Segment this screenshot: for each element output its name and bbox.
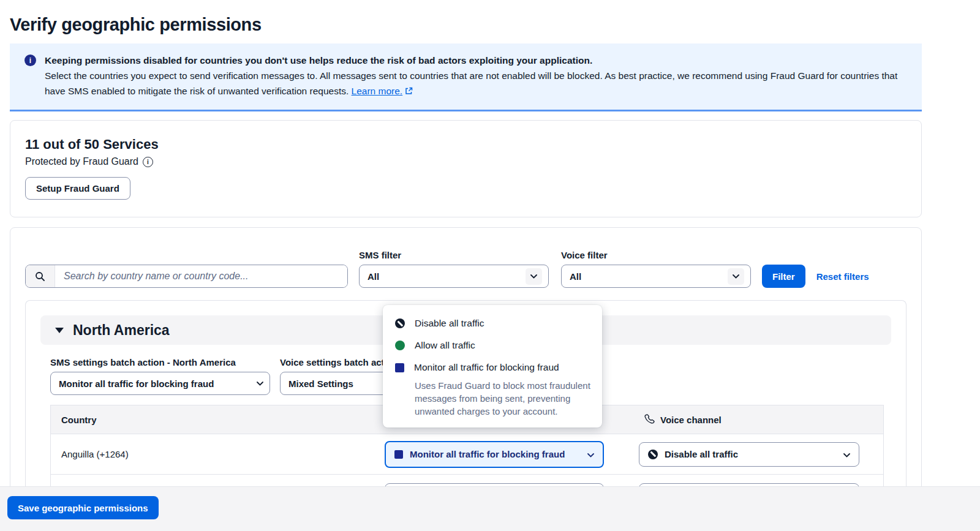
learn-more-link[interactable]: Learn more. bbox=[352, 86, 403, 96]
page-title: Verify geographic permissions bbox=[10, 15, 980, 35]
external-link-icon bbox=[405, 84, 413, 99]
disable-traffic-icon bbox=[648, 450, 658, 459]
menu-option-disable[interactable]: Disable all traffic bbox=[383, 312, 602, 334]
sms-batch-select[interactable]: Monitor all traffic for blocking fraud bbox=[50, 372, 270, 395]
setup-fraud-guard-button[interactable]: Setup Fraud Guard bbox=[25, 177, 130, 200]
menu-option-allow[interactable]: Allow all traffic bbox=[383, 334, 602, 356]
voice-filter-select[interactable]: All bbox=[561, 265, 751, 288]
sms-batch-value: Monitor all traffic for blocking fraud bbox=[59, 378, 214, 389]
menu-option-label: Monitor all traffic for blocking fraud bbox=[414, 362, 559, 373]
voice-channel-select[interactable]: Disable all traffic bbox=[639, 442, 859, 467]
menu-option-monitor[interactable]: Monitor all traffic for blocking fraud bbox=[383, 356, 602, 378]
country-search bbox=[25, 265, 348, 288]
services-count: 11 out of 50 Services bbox=[25, 137, 907, 153]
monitor-traffic-icon bbox=[395, 363, 404, 372]
voice-filter-value: All bbox=[570, 271, 728, 282]
monitor-traffic-icon bbox=[394, 450, 403, 459]
region-title: North America bbox=[73, 322, 170, 339]
chevron-down-icon bbox=[728, 268, 744, 285]
voice-filter-label: Voice filter bbox=[561, 250, 751, 260]
banner-body: Select the countries you expect to send … bbox=[45, 68, 907, 99]
sms-batch-label: SMS settings batch action - North Americ… bbox=[50, 357, 270, 367]
sms-channel-value: Monitor all traffic for blocking fraud bbox=[410, 449, 581, 459]
info-banner: i Keeping permissions disabled for count… bbox=[10, 43, 922, 111]
reset-filters-link[interactable]: Reset filters bbox=[816, 265, 869, 288]
allow-traffic-icon bbox=[395, 341, 405, 350]
menu-option-label: Disable all traffic bbox=[415, 318, 484, 329]
sms-channel-select[interactable]: Monitor all traffic for blocking fraud bbox=[385, 441, 604, 468]
banner-heading: Keeping permissions disabled for countri… bbox=[45, 53, 907, 68]
country-column-header: Country bbox=[51, 415, 375, 425]
chevron-down-icon bbox=[526, 268, 542, 285]
fraud-guard-info-icon[interactable]: i bbox=[143, 157, 153, 167]
chevron-down-icon bbox=[587, 449, 594, 459]
voice-batch-value: Mixed Settings bbox=[288, 378, 353, 389]
menu-option-description: Uses Fraud Guard to block most fraudulen… bbox=[415, 379, 591, 418]
sms-filter-label: SMS filter bbox=[359, 250, 549, 260]
filter-button[interactable]: Filter bbox=[762, 265, 805, 288]
chevron-down-icon bbox=[257, 382, 263, 386]
disable-traffic-icon bbox=[395, 318, 405, 328]
banner-body-text: Select the countries you expect to send … bbox=[45, 70, 897, 96]
voice-column-label: Voice channel bbox=[660, 415, 722, 425]
sms-filter-value: All bbox=[368, 271, 526, 282]
voice-column-header: Voice channel bbox=[614, 413, 884, 426]
phone-icon bbox=[644, 413, 655, 426]
voice-channel-value: Disable all traffic bbox=[665, 449, 837, 459]
info-icon: i bbox=[24, 55, 36, 66]
chevron-down-icon bbox=[843, 449, 850, 459]
search-icon bbox=[26, 265, 55, 287]
menu-option-label: Allow all traffic bbox=[415, 340, 475, 351]
country-name: Anguilla (+1264) bbox=[51, 449, 375, 459]
traffic-options-menu: Disable all traffic Allow all traffic Mo… bbox=[383, 305, 602, 427]
save-geographic-permissions-button[interactable]: Save geographic permissions bbox=[7, 496, 159, 519]
table-row: Anguilla (+1264) Monitor all traffic for… bbox=[51, 434, 883, 474]
search-input[interactable] bbox=[55, 265, 347, 287]
services-card: 11 out of 50 Services Protected by Fraud… bbox=[10, 120, 922, 217]
footer-bar: Save geographic permissions bbox=[0, 486, 980, 531]
services-subtitle: Protected by Fraud Guard bbox=[25, 156, 138, 167]
sms-filter-select[interactable]: All bbox=[359, 265, 549, 288]
collapse-triangle-icon bbox=[55, 328, 64, 333]
